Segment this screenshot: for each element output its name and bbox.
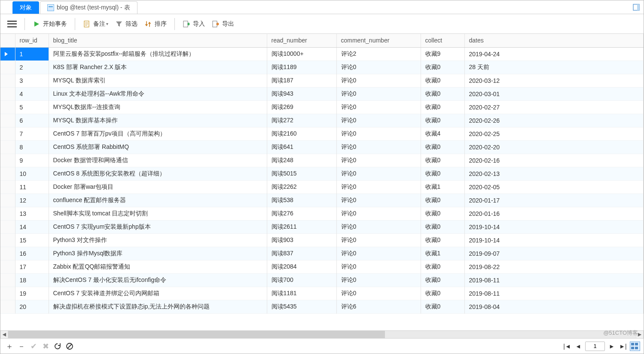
row-indicator[interactable] xyxy=(0,114,15,127)
table-row[interactable]: 20解决虚拟机在桥接模式下设置静态ip,无法上外网的各种问题阅读5435评论6收… xyxy=(0,300,644,313)
cell-dates[interactable]: 2020-02-13 xyxy=(464,167,644,180)
row-indicator[interactable] xyxy=(0,74,15,87)
cell-dates[interactable]: 2019-08-11 xyxy=(464,273,644,287)
cell-blog_title[interactable]: K8S 部署 Rancher 2.X 版本 xyxy=(49,61,267,74)
delete-row-button[interactable]: － xyxy=(16,341,27,352)
cell-read_number[interactable]: 阅读943 xyxy=(267,87,336,100)
cell-comment_number[interactable]: 评论0 xyxy=(336,140,421,154)
row-indicator[interactable] xyxy=(0,300,15,313)
cell-blog_title[interactable]: MYSQL 数据库基本操作 xyxy=(49,114,267,127)
cell-comment_number[interactable]: 评论2 xyxy=(336,47,421,61)
cell-dates[interactable]: 2020-01-16 xyxy=(464,207,644,220)
tab-objects[interactable]: 对象 xyxy=(12,1,39,14)
cell-dates[interactable]: 2020-03-01 xyxy=(464,87,644,100)
table-row[interactable]: 16Python3 操作Mysql数据库阅读837评论0收藏12019-09-0… xyxy=(0,247,644,260)
prev-page-button[interactable]: ◄ xyxy=(574,342,583,351)
cell-dates[interactable]: 2019-10-14 xyxy=(464,233,644,247)
cell-dates[interactable]: 2019-04-24 xyxy=(464,47,644,61)
cell-row_id[interactable]: 8 xyxy=(15,140,49,154)
cell-blog_title[interactable]: CentOS 7 实现yum安装最新php版本 xyxy=(49,220,267,233)
cell-blog_title[interactable]: 解决虚拟机在桥接模式下设置静态ip,无法上外网的各种问题 xyxy=(49,300,267,313)
cell-dates[interactable]: 2020-03-12 xyxy=(464,74,644,87)
cell-read_number[interactable]: 阅读272 xyxy=(267,114,336,127)
cell-blog_title[interactable]: CentOS 系统部署 RabbitMQ xyxy=(49,140,267,154)
row-indicator[interactable] xyxy=(0,233,15,247)
memo-button[interactable]: 备注 ▾ xyxy=(79,18,112,30)
cell-comment_number[interactable]: 评论0 xyxy=(336,127,421,140)
menu-button[interactable] xyxy=(4,19,20,29)
cell-dates[interactable]: 2020-01-17 xyxy=(464,194,644,207)
table-row[interactable]: 1阿里云服务器安装postfix--邮箱服务（排坑过程详解）阅读10000+评论… xyxy=(0,47,644,61)
cell-dates[interactable]: 2019-09-07 xyxy=(464,247,644,260)
cell-row_id[interactable]: 3 xyxy=(15,74,49,87)
horizontal-scrollbar[interactable]: ◄ ► xyxy=(0,330,644,338)
row-indicator[interactable] xyxy=(0,61,15,74)
cell-comment_number[interactable]: 评论0 xyxy=(336,87,421,100)
cell-row_id[interactable]: 5 xyxy=(15,100,49,114)
cell-collect[interactable]: 收藏1 xyxy=(421,180,464,194)
table-row[interactable]: 12confluence 配置邮件服务器阅读538评论0收藏02020-01-1… xyxy=(0,194,644,207)
table-row[interactable]: 5MYSQL数据库--连接查询阅读269评论0收藏02020-02-27 xyxy=(0,100,644,114)
row-indicator[interactable] xyxy=(0,154,15,167)
row-indicator[interactable] xyxy=(0,100,15,114)
cell-collect[interactable]: 收藏0 xyxy=(421,74,464,87)
cell-read_number[interactable]: 阅读2084 xyxy=(267,260,336,273)
header-rowid[interactable]: row_id xyxy=(15,34,49,47)
table-row[interactable]: 11Docker 部署war包项目阅读2262评论0收藏12020-02-05 xyxy=(0,180,644,194)
cell-read_number[interactable]: 阅读1181 xyxy=(267,287,336,300)
cell-comment_number[interactable]: 评论0 xyxy=(336,61,421,74)
first-page-button[interactable]: |◄ xyxy=(563,342,571,351)
tab-table[interactable]: blog @test (test-mysql) - 表 xyxy=(40,1,137,14)
cell-row_id[interactable]: 9 xyxy=(15,154,49,167)
filter-button[interactable]: 筛选 xyxy=(112,18,141,30)
cell-comment_number[interactable]: 评论0 xyxy=(336,260,421,273)
cell-dates[interactable]: 2020-02-20 xyxy=(464,140,644,154)
cell-comment_number[interactable]: 评论0 xyxy=(336,233,421,247)
cell-read_number[interactable]: 阅读538 xyxy=(267,194,336,207)
cell-collect[interactable]: 收藏0 xyxy=(421,194,464,207)
table-row[interactable]: 3MYSQL 数据库索引阅读187评论0收藏02020-03-12 xyxy=(0,74,644,87)
cell-comment_number[interactable]: 评论0 xyxy=(336,220,421,233)
cell-collect[interactable]: 收藏0 xyxy=(421,100,464,114)
grid-view-toggle[interactable] xyxy=(630,342,640,351)
cell-blog_title[interactable]: MYSQL 数据库索引 xyxy=(49,74,267,87)
cell-comment_number[interactable]: 评论0 xyxy=(336,154,421,167)
begin-transaction-button[interactable]: 开始事务 xyxy=(29,18,70,30)
cell-comment_number[interactable]: 评论0 xyxy=(336,287,421,300)
cell-blog_title[interactable]: Docker 数据管理和网络通信 xyxy=(49,154,267,167)
table-row[interactable]: 4Linux 文本处理利器--Awk常用命令阅读943评论0收藏02020-03… xyxy=(0,87,644,100)
cell-blog_title[interactable]: Shell脚本实现 tomcat 日志定时切割 xyxy=(49,207,267,220)
cell-collect[interactable]: 收藏0 xyxy=(421,220,464,233)
cell-collect[interactable]: 收藏0 xyxy=(421,287,464,300)
cell-read_number[interactable]: 阅读248 xyxy=(267,154,336,167)
cell-dates[interactable]: 2019-08-11 xyxy=(464,287,644,300)
cell-row_id[interactable]: 2 xyxy=(15,61,49,74)
cell-row_id[interactable]: 15 xyxy=(15,233,49,247)
cell-dates[interactable]: 2020-02-26 xyxy=(464,114,644,127)
cell-comment_number[interactable]: 评论0 xyxy=(336,167,421,180)
cell-comment_number[interactable]: 评论0 xyxy=(336,100,421,114)
row-indicator[interactable] xyxy=(0,287,15,300)
cancel-button[interactable]: ✖ xyxy=(40,341,51,352)
panel-toggle-icon[interactable] xyxy=(632,3,640,11)
cell-row_id[interactable]: 19 xyxy=(15,287,49,300)
next-page-button[interactable]: ► xyxy=(607,342,616,351)
table-row[interactable]: 10CentOS 8 系统图形化安装教程（超详细）阅读5015评论0收藏0202… xyxy=(0,167,644,180)
cell-row_id[interactable]: 4 xyxy=(15,87,49,100)
import-button[interactable]: 导入 xyxy=(179,18,208,30)
row-indicator[interactable] xyxy=(0,194,15,207)
cell-comment_number[interactable]: 评论0 xyxy=(336,74,421,87)
add-row-button[interactable]: ＋ xyxy=(4,341,15,352)
cell-dates[interactable]: 2019-08-22 xyxy=(464,260,644,273)
page-input[interactable] xyxy=(585,342,605,351)
scroll-track[interactable] xyxy=(8,331,636,338)
export-button[interactable]: 导出 xyxy=(208,18,238,30)
scroll-left-button[interactable]: ◄ xyxy=(0,331,8,338)
cell-blog_title[interactable]: MYSQL数据库--连接查询 xyxy=(49,100,267,114)
cell-read_number[interactable]: 阅读2160 xyxy=(267,127,336,140)
table-row[interactable]: 8CentOS 系统部署 RabbitMQ阅读641评论0收藏02020-02-… xyxy=(0,140,644,154)
row-indicator[interactable] xyxy=(0,87,15,100)
table-row[interactable]: 19CentOS 7 安装禅道并绑定公司内网邮箱阅读1181评论0收藏02019… xyxy=(0,287,644,300)
cell-collect[interactable]: 收藏0 xyxy=(421,167,464,180)
table-row[interactable]: 15Python3 对文件操作阅读903评论0收藏02019-10-14 xyxy=(0,233,644,247)
